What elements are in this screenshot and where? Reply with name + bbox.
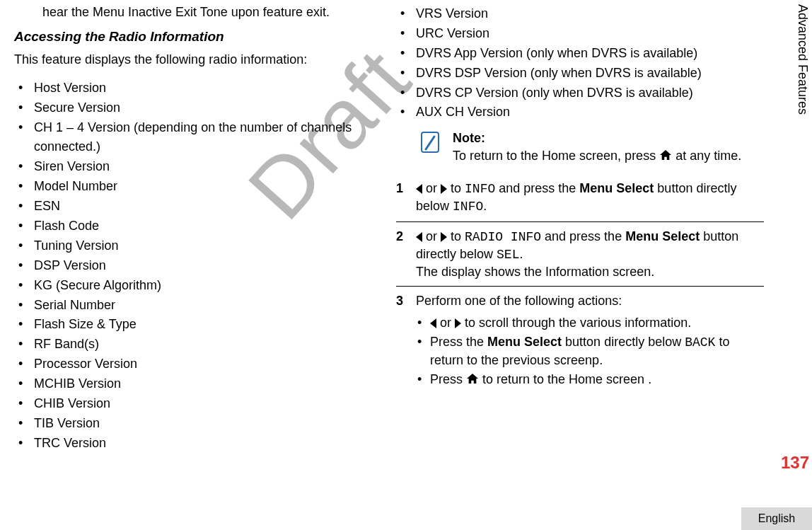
mid-text: and press the — [541, 229, 625, 243]
arrow-left-icon — [416, 232, 422, 242]
step3-lead: Perform one of the following actions: — [416, 292, 764, 309]
list-item: ESN — [14, 197, 375, 217]
step-number: 1 — [396, 180, 407, 216]
list-item: Flash Size & Type — [14, 315, 375, 335]
step-body: or to INFO and press the Menu Select but… — [416, 180, 764, 216]
step-number: 3 — [396, 292, 407, 390]
step3-bullets: or to scroll through the various informa… — [416, 314, 764, 389]
menu-select-label: Menu Select — [579, 181, 654, 195]
arrow-right-icon — [441, 184, 447, 194]
code-back: BACK — [685, 335, 715, 350]
step2-line2: The display shows the Information screen… — [416, 263, 764, 280]
right-column: VRS Version URC Version DVRS App Version… — [396, 4, 764, 454]
period: . — [519, 247, 523, 261]
to-text: to — [447, 181, 465, 195]
side-tab-label: Advanced Features — [792, 0, 810, 115]
pre-text: Press the — [430, 335, 487, 349]
sub-bullet: Press the Menu Select button directly be… — [416, 333, 764, 369]
step-body: or to RADIO INFO and press the Menu Sele… — [416, 228, 764, 281]
home-icon — [466, 371, 479, 383]
step-body: Perform one of the following actions: or… — [416, 292, 764, 390]
code-sel: SEL — [497, 248, 519, 262]
list-item: CH 1 – 4 Version (depending on the numbe… — [14, 118, 375, 158]
code-info: INFO — [465, 182, 495, 196]
arrow-left-icon — [430, 318, 436, 328]
intro-text: This feature displays the following radi… — [14, 52, 375, 68]
arrow-right-icon — [441, 232, 447, 242]
page-content: hear the Menu Inactive Exit Tone upon fe… — [0, 0, 812, 454]
step-1: 1 or to INFO and press the Menu Select b… — [396, 174, 764, 222]
mid-text: button directly below — [562, 335, 685, 349]
list-item: TIB Version — [14, 414, 375, 434]
code-info2: INFO — [453, 200, 483, 214]
note-box: Note: To return to the Home screen, pres… — [417, 129, 764, 164]
list-item: Secure Version — [14, 98, 375, 118]
list-item: Siren Version — [14, 157, 375, 177]
step-number: 2 — [396, 228, 407, 281]
list-item: Tuning Version — [14, 236, 375, 256]
list-item: KG (Secure Algorithm) — [14, 276, 375, 296]
tail-text: to return to the Home screen . — [479, 372, 651, 386]
radio-info-list-left: Host Version Secure Version CH 1 – 4 Ver… — [14, 79, 375, 454]
sub-bullet: Press to return to the Home screen . — [416, 371, 764, 388]
note-icon — [417, 129, 443, 159]
pre-text: Press — [430, 372, 466, 386]
section-heading: Accessing the Radio Information — [14, 29, 375, 45]
language-label: English — [758, 512, 795, 525]
arrow-left-icon — [416, 184, 422, 194]
list-item: DVRS CP Version (only when DVRS is avail… — [396, 83, 764, 103]
list-item: Serial Number — [14, 296, 375, 316]
arrow-right-icon — [455, 318, 461, 328]
step-3: 3 Perform one of the following actions: … — [396, 287, 764, 396]
sub-bullet: or to scroll through the various informa… — [416, 314, 764, 332]
note-before: To return to the Home screen, press — [453, 149, 659, 163]
code-radio-info: RADIO INFO — [465, 230, 541, 244]
list-item: RF Band(s) — [14, 335, 375, 355]
menu-select-label: Menu Select — [487, 335, 562, 349]
list-item: DVRS App Version (only when DVRS is avai… — [396, 44, 764, 64]
language-box: English — [741, 507, 812, 530]
radio-info-list-right: VRS Version URC Version DVRS App Version… — [396, 4, 764, 122]
list-item: AUX CH Version — [396, 103, 764, 122]
step-2: 2 or to RADIO INFO and press the Menu Se… — [396, 222, 764, 287]
left-column: hear the Menu Inactive Exit Tone upon fe… — [14, 4, 375, 454]
menu-select-label: Menu Select — [625, 229, 700, 243]
side-tab: Advanced Features — [792, 0, 812, 145]
note-label: Note: — [453, 129, 741, 146]
list-item: MCHIB Version — [14, 374, 375, 394]
home-icon — [659, 148, 672, 159]
list-item: Model Number — [14, 177, 375, 197]
period: . — [483, 199, 487, 213]
list-item: Flash Code — [14, 217, 375, 236]
page-number: 137 — [781, 453, 809, 473]
list-item: DSP Version — [14, 256, 375, 276]
list-item: Host Version — [14, 79, 375, 98]
list-item: Processor Version — [14, 355, 375, 374]
list-item: VRS Version — [396, 4, 764, 24]
list-item: CHIB Version — [14, 394, 375, 414]
mid-text: and press the — [495, 181, 579, 195]
list-item: DVRS DSP Version (only when DVRS is avai… — [396, 64, 764, 83]
to-text: to — [447, 229, 465, 243]
or-text: or — [422, 229, 441, 243]
continuation-text: hear the Menu Inactive Exit Tone upon fe… — [42, 4, 375, 21]
list-item: TRC Version — [14, 434, 375, 454]
list-item: URC Version — [396, 24, 764, 44]
tail-text: to scroll through the various informatio… — [461, 316, 691, 330]
or-text: or — [422, 181, 441, 195]
note-text: Note: To return to the Home screen, pres… — [453, 129, 741, 164]
note-after: at any time. — [672, 149, 741, 163]
or-text: or — [436, 316, 455, 330]
